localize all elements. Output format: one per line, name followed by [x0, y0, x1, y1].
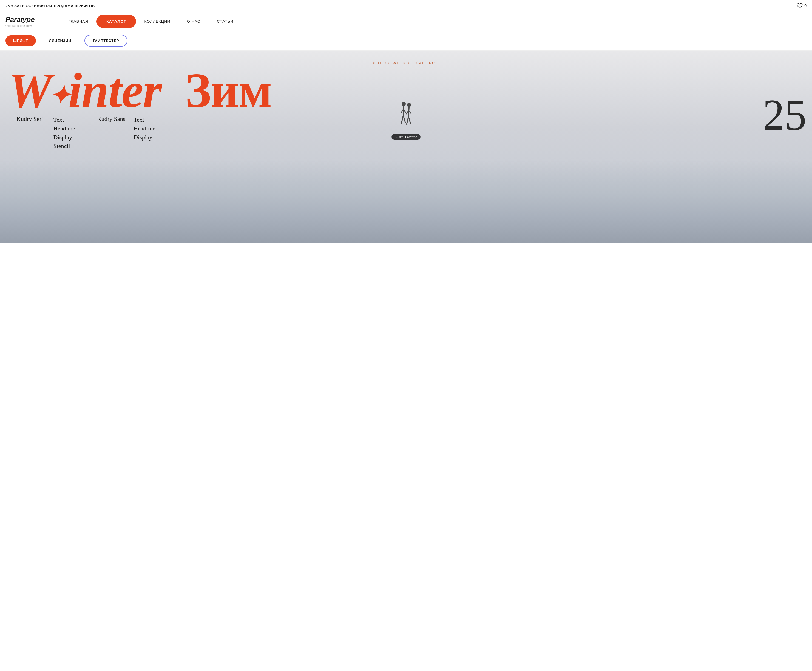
svg-line-7: [409, 107, 409, 116]
hero-content: KUDRY WEIRD TYPEFACE W✦inter Зим Kudry S…: [0, 51, 812, 153]
announcement-bar: 25% SALE ОСЕННЯЯ РАСПРОДАЖА ШРИФТОВ 0: [0, 0, 812, 12]
font-types-sans: Text Headline Display: [133, 116, 155, 142]
font-col-sans: Kudry Sans Text Headline Display: [97, 116, 155, 150]
wishlist-count: 0: [804, 3, 807, 8]
sub-nav: ШРИФТ ЛИЦЕНЗИИ ТАЙПТЕСТЕР: [0, 31, 812, 51]
svg-line-2: [401, 116, 403, 124]
number-deco-text: 25: [763, 90, 807, 139]
font-name-serif: Kudry Serif: [17, 116, 45, 123]
font-type-headline-serif: Headline: [53, 124, 75, 133]
nav-item-kollektsii[interactable]: КОЛЛЕКЦИИ: [136, 13, 179, 30]
nav-item-stati[interactable]: СТАТЬИ: [209, 13, 242, 30]
svg-line-8: [407, 116, 409, 125]
font-type-text-sans: Text: [133, 116, 155, 124]
font-type-display-sans: Display: [133, 133, 155, 142]
hero-bg-overlay: [0, 160, 812, 243]
hero-section: KUDRY WEIRD TYPEFACE W✦inter Зим Kudry S…: [0, 51, 812, 243]
sub-nav-taiptester[interactable]: ТАЙПТЕСТЕР: [84, 35, 128, 47]
font-name-sans: Kudry Sans: [97, 116, 125, 123]
figures-svg: [397, 99, 415, 132]
heart-icon: [797, 3, 803, 9]
hero-title-text: W✦inter Зим: [8, 68, 271, 112]
svg-point-6: [407, 103, 411, 107]
font-type-stencil-serif: Stencil: [53, 142, 75, 150]
logo-subtitle: Основан в 1998 году: [5, 24, 49, 27]
figures-area: Kudry / Paratype: [392, 99, 420, 140]
svg-point-0: [402, 102, 406, 106]
nav-item-katalog[interactable]: КАТАЛОГ: [97, 15, 136, 28]
credit-badge: Kudry / Paratype: [392, 134, 420, 140]
font-type-headline-sans: Headline: [133, 124, 155, 133]
svg-line-3: [403, 116, 405, 123]
font-type-display-serif: Display: [53, 133, 75, 142]
font-types-serif: Text Headline Display Stencil: [53, 116, 75, 150]
svg-line-1: [403, 106, 404, 116]
font-type-text-serif: Text: [53, 116, 75, 124]
wishlist-area[interactable]: 0: [797, 3, 807, 9]
number-decoration: 25: [763, 93, 807, 137]
sub-nav-shrift[interactable]: ШРИФТ: [5, 35, 36, 46]
nav-item-o-nas[interactable]: О НАС: [179, 13, 209, 30]
logo-area[interactable]: Paratype Основан в 1998 году: [5, 15, 49, 27]
hero-subtitle: KUDRY WEIRD TYPEFACE: [373, 61, 439, 65]
logo: Paratype: [5, 15, 49, 24]
main-nav: ГЛАВНАЯ КАТАЛОГ КОЛЛЕКЦИИ О НАС СТАТЬИ: [49, 13, 807, 30]
sub-nav-litsenzii[interactable]: ЛИЦЕНЗИИ: [41, 35, 79, 46]
announcement-text: 25% SALE ОСЕННЯЯ РАСПРОДАЖА ШРИФТОВ: [5, 4, 95, 8]
header: Paratype Основан в 1998 году ГЛАВНАЯ КАТ…: [0, 12, 812, 31]
nav-item-glavnaya[interactable]: ГЛАВНАЯ: [60, 13, 97, 30]
svg-line-9: [409, 116, 411, 124]
font-col-serif: Kudry Serif Text Headline Display Stenci…: [17, 116, 75, 150]
